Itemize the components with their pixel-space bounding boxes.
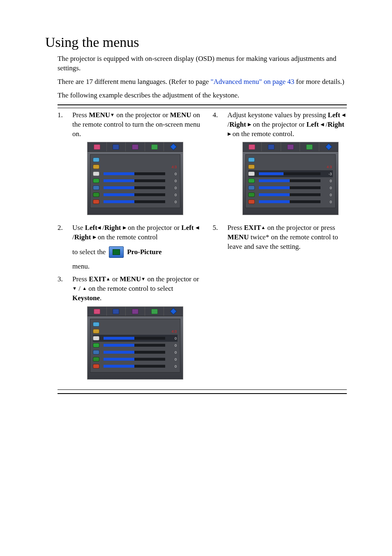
divider-top-thick: [58, 104, 347, 105]
step-num: 3.: [58, 275, 67, 385]
left-triangle-icon: ◀: [97, 225, 101, 230]
divider-bottom-thick: [58, 393, 347, 394]
osd-screenshot-3: 4:3-30000: [242, 142, 339, 215]
divider-top-thin: [58, 108, 347, 108]
divider-bottom-thin: [58, 389, 347, 390]
step-2: 2. Use Left◀ /Right ▶ on the projector o…: [58, 223, 203, 271]
down-triangle-icon: ▼: [110, 112, 115, 117]
osd-screenshot-1: 4:300000: [87, 142, 183, 215]
step-5: 5. Press EXIT▲ on the projector or press…: [213, 223, 347, 252]
right-triangle-icon: ▶: [228, 131, 231, 136]
pro-picture-icon: [109, 246, 124, 258]
page-title: Using the menus: [45, 33, 347, 52]
step-num: 5.: [213, 223, 222, 252]
up-triangle-icon: ▲: [261, 225, 265, 230]
down-triangle-icon: ▼: [72, 286, 77, 291]
osd-screenshot-2: 4:300000: [87, 306, 183, 380]
step-3: 3. Press EXIT▲ or MENU▼ on the projector…: [58, 275, 203, 385]
down-triangle-icon: ▼: [141, 276, 145, 281]
step-4: 4. Adjust keystone values by pressing Le…: [213, 111, 347, 220]
step-num: 2.: [58, 223, 67, 271]
left-triangle-icon: ◀: [321, 122, 324, 127]
step-num: 4.: [213, 111, 222, 220]
pro-picture-label: Pro-Picture: [127, 248, 161, 257]
left-triangle-icon: ◀: [196, 225, 199, 230]
right-triangle-icon: ▶: [93, 234, 96, 239]
intro-paragraph-1: The projector is equipped with on-screen…: [58, 54, 347, 73]
step-num: 1.: [58, 111, 67, 220]
up-triangle-icon: ▲: [82, 286, 87, 291]
intro-paragraph-2: There are 17 different menu languages. (…: [58, 77, 347, 87]
step-1: 1. Press MENU▼ on the projector or MENU …: [58, 111, 203, 220]
left-triangle-icon: ◀: [342, 112, 345, 117]
advanced-menu-link[interactable]: "Advanced menu" on page 43: [211, 78, 295, 86]
intro-paragraph-3: The following example describes the adju…: [58, 91, 347, 100]
right-triangle-icon: ▶: [123, 225, 126, 230]
up-triangle-icon: ▲: [106, 276, 111, 281]
